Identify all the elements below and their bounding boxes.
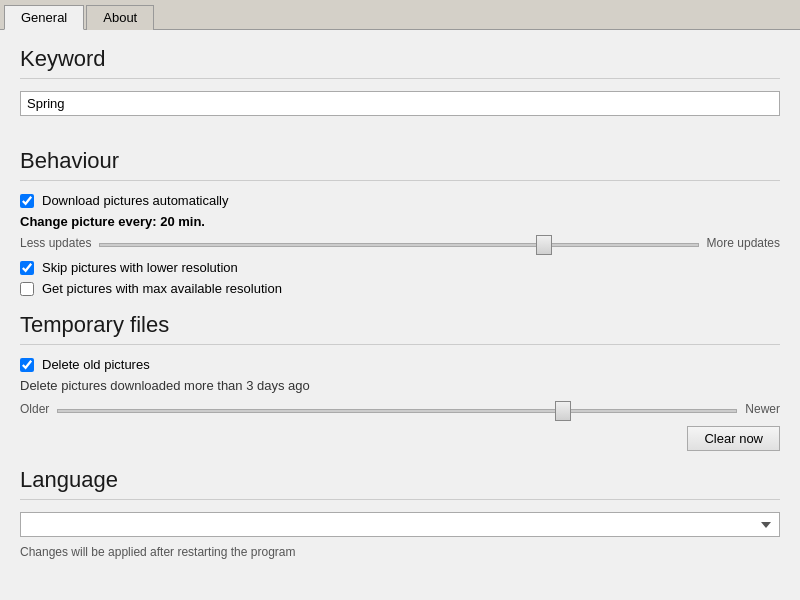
newer-label: Newer bbox=[745, 402, 780, 416]
more-updates-label: More updates bbox=[707, 236, 780, 250]
restart-note: Changes will be applied after restarting… bbox=[20, 545, 780, 559]
update-slider-wrapper bbox=[99, 235, 698, 250]
download-auto-row: Download pictures automatically bbox=[20, 193, 780, 208]
update-frequency-slider[interactable] bbox=[99, 243, 698, 247]
language-section: Language Changes will be applied after r… bbox=[20, 467, 780, 559]
temp-files-divider bbox=[20, 344, 780, 345]
age-slider[interactable] bbox=[57, 409, 737, 413]
max-res-label: Get pictures with max available resoluti… bbox=[42, 281, 282, 296]
older-label: Older bbox=[20, 402, 49, 416]
age-slider-container: Older Newer bbox=[20, 401, 780, 416]
delete-old-row: Delete old pictures bbox=[20, 357, 780, 372]
language-title: Language bbox=[20, 467, 780, 493]
tab-general[interactable]: General bbox=[4, 5, 84, 30]
keyword-input[interactable] bbox=[20, 91, 780, 116]
skip-lower-res-row: Skip pictures with lower resolution bbox=[20, 260, 780, 275]
change-picture-value: 20 min. bbox=[160, 214, 205, 229]
keyword-title: Keyword bbox=[20, 46, 780, 72]
behaviour-title: Behaviour bbox=[20, 148, 780, 174]
delete-old-checkbox[interactable] bbox=[20, 358, 34, 372]
behaviour-divider bbox=[20, 180, 780, 181]
update-frequency-slider-container: Less updates More updates bbox=[20, 235, 780, 250]
keyword-section: Keyword bbox=[20, 46, 780, 132]
language-select[interactable] bbox=[20, 512, 780, 537]
age-slider-wrapper bbox=[57, 401, 737, 416]
behaviour-section: Behaviour Download pictures automaticall… bbox=[20, 148, 780, 296]
skip-lower-res-label: Skip pictures with lower resolution bbox=[42, 260, 238, 275]
delete-old-label: Delete old pictures bbox=[42, 357, 150, 372]
change-picture-text: Change picture every: 20 min. bbox=[20, 214, 780, 229]
download-auto-label: Download pictures automatically bbox=[42, 193, 228, 208]
tab-about[interactable]: About bbox=[86, 5, 154, 30]
temp-files-title: Temporary files bbox=[20, 312, 780, 338]
delete-description: Delete pictures downloaded more than 3 d… bbox=[20, 378, 780, 393]
tab-bar: General About bbox=[0, 0, 800, 30]
clear-row: Clear now bbox=[20, 426, 780, 451]
settings-content: Keyword Behaviour Download pictures auto… bbox=[0, 30, 800, 600]
settings-window: General About Keyword Behaviour Download… bbox=[0, 0, 800, 600]
less-updates-label: Less updates bbox=[20, 236, 91, 250]
clear-now-button[interactable]: Clear now bbox=[687, 426, 780, 451]
keyword-divider bbox=[20, 78, 780, 79]
change-picture-prefix: Change picture every: bbox=[20, 214, 160, 229]
max-res-row: Get pictures with max available resoluti… bbox=[20, 281, 780, 296]
download-auto-checkbox[interactable] bbox=[20, 194, 34, 208]
skip-lower-res-checkbox[interactable] bbox=[20, 261, 34, 275]
language-divider bbox=[20, 499, 780, 500]
max-res-checkbox[interactable] bbox=[20, 282, 34, 296]
temp-files-section: Temporary files Delete old pictures Dele… bbox=[20, 312, 780, 451]
